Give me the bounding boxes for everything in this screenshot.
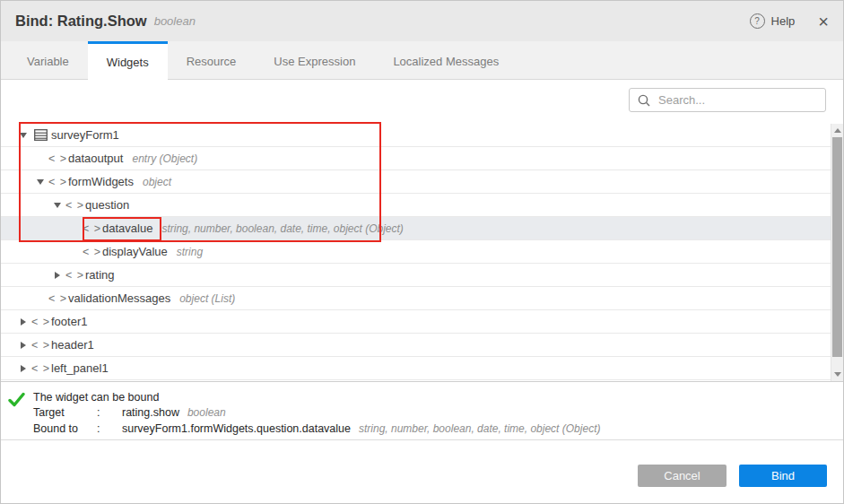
page-title: Bind: Rating.Show bbox=[15, 13, 147, 30]
help-circle-icon[interactable]: ? bbox=[750, 13, 765, 29]
chevron-down-icon[interactable] bbox=[15, 133, 31, 138]
chevron-down-icon[interactable] bbox=[32, 179, 48, 185]
tree-row-surveyform1[interactable]: surveyForm1 bbox=[1, 124, 831, 147]
close-icon[interactable]: × bbox=[818, 13, 829, 30]
chevron-right-icon[interactable] bbox=[49, 272, 65, 279]
tree-row-label: left_panel1 bbox=[51, 361, 109, 375]
tree-row-validationmessages[interactable]: < >validationMessagesobject (List) bbox=[1, 287, 831, 310]
tree-row-left-panel1[interactable]: < >left_panel1 bbox=[1, 357, 831, 380]
bound-to-colon: : bbox=[97, 422, 122, 435]
tree-row-datavalue[interactable]: < >datavaluestring, number, boolean, dat… bbox=[1, 217, 831, 240]
tree-row-type: object bbox=[143, 176, 171, 188]
tree-row-footer1[interactable]: < >footer1 bbox=[1, 310, 831, 334]
toolbar bbox=[1, 80, 843, 124]
bound-to-label: Bound to bbox=[33, 422, 97, 435]
tree-row-label: header1 bbox=[51, 338, 94, 352]
status-target-row: Target : rating.show boolean bbox=[33, 405, 600, 421]
chevron-right-icon[interactable] bbox=[15, 365, 31, 372]
tree-row-label: question bbox=[85, 198, 129, 212]
tree-row-type: entry (Object) bbox=[132, 152, 197, 165]
tree-row-type: object (List) bbox=[179, 292, 235, 305]
target-colon: : bbox=[97, 406, 122, 419]
angle-brackets-icon: < > bbox=[65, 269, 83, 282]
angle-brackets-icon: < > bbox=[31, 339, 49, 352]
bind-dialog: Bind: Rating.Show boolean ? Help × Varia… bbox=[0, 0, 844, 504]
chevron-right-icon[interactable] bbox=[15, 342, 31, 349]
tree-row-header1[interactable]: < >header1 bbox=[1, 334, 831, 357]
dialog-footer: Cancel Bind bbox=[1, 440, 843, 503]
bind-status-panel: The widget can be bound Target : rating.… bbox=[1, 382, 843, 440]
angle-brackets-icon: < > bbox=[65, 199, 83, 212]
search-input[interactable] bbox=[657, 92, 818, 108]
help-button[interactable]: Help bbox=[771, 14, 796, 28]
tree-row-label: footer1 bbox=[51, 315, 87, 328]
tree-row-type: string bbox=[177, 246, 203, 258]
angle-brackets-icon: < > bbox=[83, 222, 100, 235]
bound-to-type: string, number, boolean, date, time, obj… bbox=[359, 422, 600, 435]
angle-brackets-icon: < > bbox=[48, 176, 66, 188]
tree-row-label: dataoutput bbox=[68, 152, 123, 165]
tree-row-label: surveyForm1 bbox=[51, 128, 119, 142]
chevron-down-icon[interactable] bbox=[49, 203, 65, 208]
search-icon bbox=[638, 94, 650, 107]
angle-brackets-icon: < > bbox=[48, 152, 66, 165]
tree-row-type: string, number, boolean, date, time, obj… bbox=[161, 222, 403, 235]
bound-to-value: surveyForm1.formWidgets.question.dataval… bbox=[122, 422, 351, 435]
tree-row-label: datavalue bbox=[102, 222, 152, 235]
tab-resource[interactable]: Resource bbox=[168, 41, 256, 79]
title-type-annotation: boolean bbox=[154, 14, 196, 28]
tree-row-rating[interactable]: < >rating bbox=[1, 264, 831, 287]
scrollbar-down-arrow-icon[interactable] bbox=[834, 372, 841, 377]
tab-variable[interactable]: Variable bbox=[8, 41, 88, 79]
tab-use-expression[interactable]: Use Expression bbox=[255, 41, 374, 79]
tree-row-question[interactable]: < >question bbox=[1, 194, 831, 217]
widget-tree: surveyForm1< >dataoutputentry (Object)< … bbox=[1, 124, 843, 382]
scrollbar-up-arrow-icon[interactable] bbox=[834, 128, 841, 133]
scrollbar-thumb[interactable] bbox=[832, 137, 842, 357]
dialog-header: Bind: Rating.Show boolean ? Help × bbox=[1, 1, 843, 41]
cancel-button[interactable]: Cancel bbox=[638, 465, 727, 487]
status-lines: The widget can be bound Target : rating.… bbox=[33, 389, 600, 437]
status-message: The widget can be bound bbox=[33, 391, 159, 404]
tree-row-formwidgets[interactable]: < >formWidgetsobject bbox=[1, 170, 831, 194]
tab-localized-messages[interactable]: Localized Messages bbox=[374, 41, 518, 79]
header-actions: ? Help × bbox=[750, 13, 829, 30]
success-check-icon bbox=[8, 392, 25, 407]
scrollbar-track[interactable] bbox=[831, 124, 843, 381]
angle-brackets-icon: < > bbox=[48, 292, 66, 305]
target-type: boolean bbox=[187, 406, 226, 419]
target-value: rating.show bbox=[122, 406, 179, 419]
bind-button[interactable]: Bind bbox=[739, 465, 827, 487]
tree-row-dataoutput[interactable]: < >dataoutputentry (Object) bbox=[1, 147, 831, 170]
angle-brackets-icon: < > bbox=[31, 362, 49, 375]
form-widget-icon bbox=[31, 129, 49, 141]
tree-row-displayvalue[interactable]: < >displayValuestring bbox=[1, 240, 831, 264]
chevron-right-icon[interactable] bbox=[15, 318, 31, 326]
target-label: Target bbox=[33, 406, 97, 419]
tree-row-label: validationMessages bbox=[68, 291, 170, 305]
tab-widgets[interactable]: Widgets bbox=[88, 41, 168, 80]
status-bound-row: Bound to : surveyForm1.formWidgets.quest… bbox=[33, 421, 600, 437]
tab-bar: VariableWidgetsResourceUse ExpressionLoc… bbox=[1, 41, 843, 80]
search-box bbox=[629, 88, 826, 112]
angle-brackets-icon: < > bbox=[83, 246, 100, 258]
tree-row-label: formWidgets bbox=[68, 175, 134, 188]
tree-row-label: displayValue bbox=[102, 245, 168, 258]
tree-row-label: rating bbox=[85, 268, 115, 282]
angle-brackets-icon: < > bbox=[31, 316, 49, 328]
